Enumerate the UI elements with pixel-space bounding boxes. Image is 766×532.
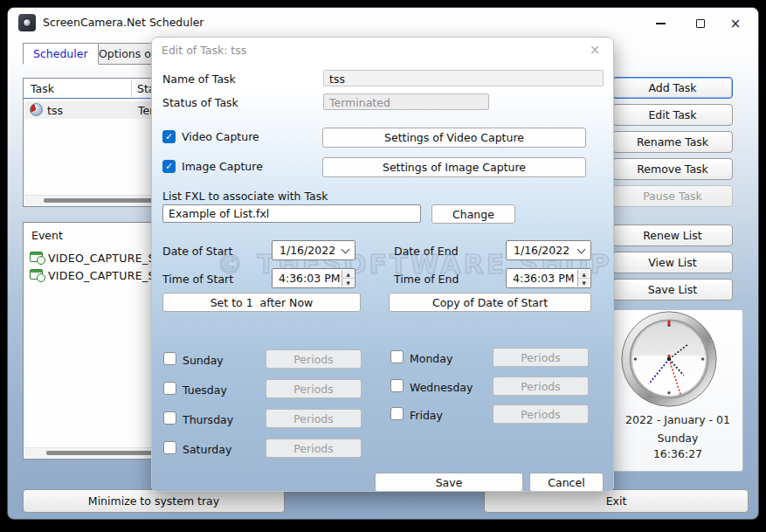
date-of-start-value: 1/16/2022 (279, 244, 335, 257)
sunday-periods-button: Periods (266, 349, 362, 369)
remove-task-button[interactable]: Remove Task (612, 158, 733, 180)
minimize-to-tray-button[interactable]: Minimize to system tray (23, 489, 285, 513)
rename-task-button[interactable]: Rename Task (612, 131, 733, 153)
date-of-start-picker[interactable]: 1/16/2022 (272, 240, 355, 260)
column-divider (131, 80, 132, 97)
app-icon (18, 14, 36, 31)
date-of-end-label: Date of End (394, 245, 459, 258)
day-row-saturday: ✓ Saturday Periods (163, 441, 369, 462)
chevron-down-icon (577, 245, 586, 254)
task-icon (30, 103, 43, 116)
spin-down-icon[interactable]: ▼ (578, 279, 590, 287)
name-of-task-input[interactable]: tss (323, 70, 604, 86)
save-button[interactable]: Save (375, 473, 523, 492)
tuesday-checkbox[interactable]: ✓ (163, 382, 176, 395)
wednesday-label: Wednesday (410, 381, 473, 394)
day-row-friday: ✓ Friday Periods (390, 407, 596, 428)
saturday-checkbox[interactable]: ✓ (163, 441, 176, 454)
minimize-button[interactable] (646, 13, 674, 34)
close-icon: × (590, 42, 601, 58)
settings-image-capture-button[interactable]: Settings of Image Capture (322, 157, 586, 177)
copy-of-date-of-start-button[interactable]: Copy of Date of Start (389, 293, 591, 312)
dialog-close-button[interactable]: × (585, 41, 604, 59)
time-of-start-spinner[interactable]: 4:36:03 PM ▲ ▼ (272, 268, 355, 288)
edit-task-button[interactable]: Edit Task (612, 104, 733, 126)
spin-controls: ▲ ▼ (342, 270, 354, 287)
screen-background: ScreenCamera.Net Scheduler × Scheduler O… (0, 0, 766, 532)
status-of-task-label: Status of Task (162, 96, 238, 109)
clock-time: 16:36:27 (613, 447, 742, 460)
day-row-thursday: ✓ Thursday Periods (163, 411, 369, 432)
tuesday-label: Tuesday (183, 383, 227, 397)
tuesday-periods-button: Periods (266, 379, 362, 398)
time-of-end-spinner[interactable]: 4:36:03 PM ▲ ▼ (506, 268, 591, 288)
window-title: ScreenCamera.Net Scheduler (43, 16, 204, 29)
tab-scheduler[interactable]: Scheduler (23, 43, 99, 65)
day-row-tuesday: ✓ Tuesday Periods (163, 382, 369, 403)
clock-panel: 2022 - January - 01 Sunday 16:36:27 (612, 309, 743, 472)
maximize-icon (696, 19, 705, 28)
maximize-button[interactable] (687, 13, 714, 34)
event-label: VIDEO_CAPTURE_ST (48, 269, 162, 282)
check-icon: ✓ (165, 132, 173, 142)
time-of-end-label: Time of End (394, 273, 459, 286)
spin-up-icon[interactable]: ▲ (578, 270, 590, 279)
event-label: VIDEO_CAPTURE_ST (48, 252, 162, 265)
list-fxl-label: List FXL to associate with Task (162, 190, 328, 203)
wednesday-checkbox[interactable]: ✓ (390, 379, 404, 392)
check-icon: ✓ (165, 162, 173, 171)
set-to-after-now-button[interactable]: Set to 1 after Now (162, 293, 361, 312)
exit-button[interactable]: Exit (484, 489, 749, 513)
sunday-checkbox[interactable]: ✓ (163, 352, 176, 365)
wednesday-periods-button: Periods (493, 377, 589, 396)
pause-task-button: Pause Task (612, 185, 733, 207)
event-icon (30, 269, 43, 280)
video-capture-label: Video Capture (182, 130, 259, 143)
date-of-end-value: 1/16/2022 (514, 244, 569, 257)
renew-list-button[interactable]: Renew List (612, 225, 733, 246)
spin-controls: ▲ ▼ (577, 270, 590, 287)
minimize-icon (656, 23, 666, 24)
friday-periods-button: Periods (493, 404, 589, 424)
status-of-task-input: Terminated (323, 93, 489, 110)
task-name: tss (47, 104, 63, 117)
monday-checkbox[interactable]: ✓ (390, 350, 404, 363)
day-row-sunday: ✓ Sunday Periods (163, 352, 369, 373)
image-capture-checkbox[interactable]: ✓ (162, 160, 176, 173)
spin-up-icon[interactable]: ▲ (342, 270, 354, 279)
friday-checkbox[interactable]: ✓ (390, 407, 404, 420)
day-row-wednesday: ✓ Wednesday Periods (390, 379, 596, 400)
time-of-end-value: 4:36:03 PM (513, 272, 574, 285)
dialog-title: Edit of Task: tss (162, 44, 246, 57)
analog-clock (618, 308, 720, 410)
spin-down-icon[interactable]: ▼ (342, 279, 354, 287)
save-list-button[interactable]: Save List (612, 279, 733, 301)
thursday-periods-button: Periods (266, 409, 362, 428)
clock-day: Sunday (613, 432, 742, 445)
time-of-start-label: Time of Start (162, 273, 233, 286)
cancel-button[interactable]: Cancel (529, 473, 604, 492)
settings-video-capture-button[interactable]: Settings of Video Capture (322, 128, 586, 148)
thursday-checkbox[interactable]: ✓ (163, 411, 176, 425)
camera-lens-icon (23, 18, 31, 27)
monday-label: Monday (410, 352, 452, 365)
monday-periods-button: Periods (493, 348, 589, 367)
saturday-periods-button: Periods (266, 439, 362, 458)
image-capture-label: Image Capture (182, 160, 263, 173)
change-button[interactable]: Change (431, 204, 515, 224)
edit-task-dialog: © THESOFTWARE.SHOP Edit of Task: tss × N… (151, 37, 614, 492)
list-fxl-input[interactable]: Example of List.fxl (162, 204, 421, 223)
view-list-button[interactable]: View List (612, 252, 733, 273)
saturday-label: Saturday (183, 443, 231, 456)
video-capture-checkbox[interactable]: ✓ (162, 130, 176, 143)
close-button[interactable]: × (721, 13, 749, 34)
friday-label: Friday (410, 409, 443, 422)
titlebar[interactable]: ScreenCamera.Net Scheduler × (8, 8, 758, 38)
close-icon: × (730, 17, 742, 31)
time-of-start-value: 4:36:03 PM (279, 272, 340, 285)
column-task[interactable]: Task (31, 82, 54, 95)
add-task-button[interactable]: Add Task (612, 77, 733, 99)
event-icon (30, 252, 43, 262)
column-event[interactable]: Event (31, 229, 63, 242)
date-of-end-picker[interactable]: 1/16/2022 (506, 240, 591, 260)
